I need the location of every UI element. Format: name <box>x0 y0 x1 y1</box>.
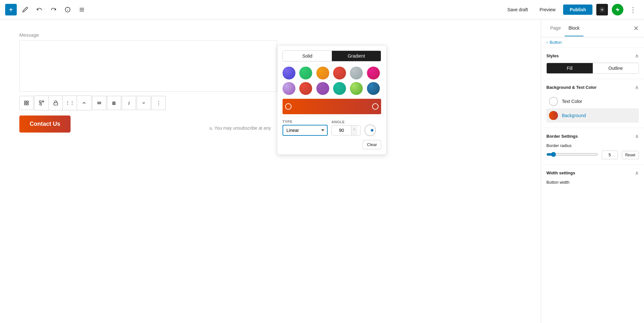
swatch-light-green[interactable] <box>350 82 363 95</box>
breadcrumb-back-arrow[interactable]: ‹ <box>546 40 548 45</box>
clear-button[interactable]: Clear <box>363 140 381 149</box>
main-layout: Message ⋮ <box>0 19 644 323</box>
angle-input-wrap: ° <box>332 125 360 135</box>
bold-button[interactable]: B <box>107 96 121 110</box>
angle-label: ANGLE <box>332 120 360 124</box>
block-type-button[interactable] <box>19 96 34 110</box>
styles-title: Styles <box>546 53 559 58</box>
redo-button[interactable] <box>48 4 59 15</box>
gradient-bar[interactable] <box>283 99 381 114</box>
angle-input[interactable] <box>332 125 351 135</box>
type-label: TYPE <box>283 120 328 124</box>
border-settings-toggle[interactable]: ∧ <box>635 133 639 139</box>
style-buttons: Fill Outline <box>546 63 639 74</box>
contact-us-button[interactable]: Contact Us <box>19 115 71 133</box>
publish-button[interactable]: Publish <box>563 5 592 15</box>
border-radius-slider[interactable] <box>546 152 598 157</box>
toolbar-right: Save draft Preview Publish ⋮ <box>504 4 639 15</box>
gradient-tab[interactable]: Gradient <box>332 51 381 61</box>
styles-toggle[interactable]: ∧ <box>635 53 639 59</box>
svg-rect-10 <box>27 101 28 103</box>
swatch-orange[interactable] <box>316 67 329 79</box>
styles-section-header: Styles ∧ <box>546 53 639 59</box>
angle-circle-button[interactable] <box>364 125 376 136</box>
pen-tool-button[interactable] <box>19 4 31 15</box>
angle-unit: ° <box>351 125 357 135</box>
type-angle-row: TYPE Linear Radial ANGLE ° <box>283 119 381 136</box>
svg-rect-11 <box>27 103 28 105</box>
width-settings-section: Width settings ∧ Button width <box>541 165 644 190</box>
add-block-button[interactable] <box>5 4 17 15</box>
page-tab[interactable]: Page <box>546 20 565 36</box>
background-label: Background <box>562 113 586 118</box>
block-more-options[interactable]: ⋮ <box>151 96 166 110</box>
sidebar-breadcrumb: ‹ Button <box>541 37 644 48</box>
swatch-green[interactable] <box>299 67 312 79</box>
bg-text-color-toggle[interactable]: ∧ <box>635 84 639 90</box>
gradient-picker-popup: Solid Gradient <box>277 45 387 155</box>
text-color-row[interactable]: Text Color <box>546 94 639 108</box>
sidebar-close-button[interactable]: ✕ <box>633 24 639 32</box>
gradient-handle-right[interactable] <box>372 103 379 110</box>
svg-point-8 <box>601 9 603 10</box>
button-width-label: Button width <box>546 180 639 185</box>
move-up-down-button[interactable] <box>77 96 91 110</box>
save-draft-button[interactable]: Save draft <box>504 5 532 14</box>
right-sidebar: Page Block ✕ ‹ Button Styles ∧ Fill Outl… <box>541 19 644 323</box>
background-color-circle <box>549 111 558 120</box>
sidebar-content: ‹ Button Styles ∧ Fill Outline Backgroun… <box>541 37 644 323</box>
svg-rect-12 <box>24 103 26 105</box>
background-color-row[interactable]: Background <box>546 108 639 123</box>
swatch-dark-blue[interactable] <box>367 82 380 95</box>
block-toolbar: ⋮⋮ B I ⋮ <box>19 96 166 110</box>
width-settings-toggle[interactable]: ∧ <box>635 170 639 176</box>
undo-button[interactable] <box>34 4 45 15</box>
transform-button[interactable] <box>34 96 49 110</box>
slider-container <box>546 152 598 158</box>
text-color-circle <box>549 97 558 106</box>
bg-text-color-title: Background & Text Color <box>546 85 597 90</box>
solid-tab[interactable]: Solid <box>283 51 332 61</box>
trailing-text: u. You may unsubscribe at any <box>209 125 271 131</box>
bg-text-color-section: Background & Text Color ∧ Text Color Bac… <box>541 79 644 128</box>
block-tab[interactable]: Block <box>565 20 583 36</box>
width-settings-title: Width settings <box>546 171 575 175</box>
block-inline-toolbar: ⋮⋮ <box>34 96 91 110</box>
text-color-label: Text Color <box>562 99 582 104</box>
align-button[interactable] <box>92 96 106 110</box>
swatch-red[interactable] <box>299 82 312 95</box>
gradient-handle-left[interactable] <box>285 103 292 110</box>
lock-button[interactable] <box>49 96 63 110</box>
lightning-button[interactable] <box>612 4 623 15</box>
type-select[interactable]: Linear Radial <box>283 125 328 136</box>
styles-section: Styles ∧ Fill Outline <box>541 48 644 79</box>
preview-button[interactable]: Preview <box>536 5 560 14</box>
breadcrumb-text[interactable]: Button <box>550 40 562 45</box>
border-radius-input[interactable]: 5 <box>602 151 618 159</box>
swatch-purple[interactable] <box>316 82 329 95</box>
swatch-teal[interactable] <box>333 82 346 95</box>
drag-handle[interactable]: ⋮⋮ <box>63 96 77 110</box>
svg-rect-9 <box>24 101 26 103</box>
type-section: TYPE Linear Radial <box>283 120 328 136</box>
fill-button[interactable]: Fill <box>547 63 593 73</box>
swatch-pink[interactable] <box>367 67 380 79</box>
border-radius-label: Border radius <box>546 143 639 148</box>
border-settings-section: Border Settings ∧ Border radius 5 Reset <box>541 128 644 165</box>
more-text-options-button[interactable] <box>137 96 151 110</box>
message-textarea[interactable] <box>19 40 277 92</box>
list-view-button[interactable] <box>76 4 88 15</box>
swatch-light-purple[interactable] <box>283 82 295 95</box>
reset-button[interactable]: Reset <box>622 151 639 159</box>
outline-button[interactable]: Outline <box>593 63 639 73</box>
bg-text-color-section-header: Background & Text Color ∧ <box>546 84 639 90</box>
settings-button[interactable] <box>596 4 608 15</box>
swatch-purple-blue[interactable] <box>283 67 295 79</box>
swatch-red-orange[interactable] <box>333 67 346 79</box>
swatch-gray[interactable] <box>350 67 363 79</box>
editor-area: Message ⋮ <box>0 19 541 323</box>
more-options-button[interactable]: ⋮ <box>627 5 639 15</box>
info-button[interactable] <box>62 4 73 15</box>
angle-section: ANGLE ° <box>332 120 360 135</box>
italic-button[interactable]: I <box>122 96 136 110</box>
